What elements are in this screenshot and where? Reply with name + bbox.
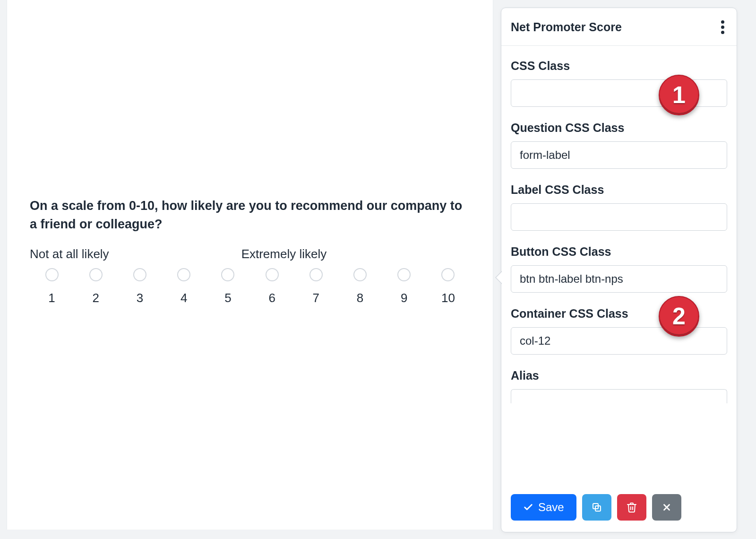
nps-option-label: 1 <box>48 291 55 305</box>
nps-scale-labels: Not at all likely Extremely likely <box>30 247 470 261</box>
annotation-callout-1: 1 <box>659 75 699 115</box>
radio-icon[interactable] <box>221 268 234 281</box>
button-css-class-input[interactable] <box>511 265 727 293</box>
nps-option-label: 9 <box>401 291 407 305</box>
annotation-callout-2: 2 <box>659 296 699 337</box>
radio-icon[interactable] <box>309 268 323 281</box>
trash-icon <box>626 502 637 513</box>
copy-icon <box>591 502 602 513</box>
panel-body: CSS Class Question CSS Class Label CSS C… <box>501 46 737 484</box>
radio-icon[interactable] <box>45 268 59 281</box>
alias-input[interactable] <box>511 389 727 403</box>
radio-icon[interactable] <box>266 268 279 281</box>
radio-icon[interactable] <box>177 268 190 281</box>
label-css-class-input[interactable] <box>511 203 727 231</box>
radio-icon[interactable] <box>133 268 146 281</box>
nps-label-low: Not at all likely <box>30 247 109 261</box>
container-css-class-input[interactable] <box>511 327 727 355</box>
nps-option[interactable]: 4 <box>162 268 206 305</box>
save-button[interactable]: Save <box>511 494 576 521</box>
nps-label-high: Extremely likely <box>241 247 327 261</box>
check-icon <box>523 502 533 513</box>
nps-option[interactable]: 10 <box>426 268 470 305</box>
nps-option-label: 10 <box>441 291 455 305</box>
nps-question-text: On a scale from 0-10, how likely are you… <box>30 197 470 234</box>
nps-option-label: 6 <box>268 291 275 305</box>
properties-panel: Net Promoter Score CSS Class Question CS… <box>501 8 737 532</box>
preview-area: On a scale from 0-10, how likely are you… <box>7 0 493 530</box>
panel-footer: Save <box>501 484 737 532</box>
field-label-label-css-class: Label CSS Class <box>511 183 727 197</box>
nps-option[interactable]: 1 <box>30 268 74 305</box>
field-label-css-class: CSS Class <box>511 59 727 73</box>
nps-option-label: 4 <box>180 291 187 305</box>
field-label-button-css-class: Button CSS Class <box>511 245 727 259</box>
close-icon <box>662 502 672 513</box>
nps-option[interactable]: 3 <box>118 268 162 305</box>
more-options-icon[interactable] <box>718 17 727 37</box>
question-css-class-input[interactable] <box>511 141 727 169</box>
field-label-question-css-class: Question CSS Class <box>511 121 727 135</box>
nps-option[interactable]: 2 <box>74 268 118 305</box>
nps-option[interactable]: 7 <box>294 268 338 305</box>
nps-option-label: 8 <box>357 291 363 305</box>
nps-option[interactable]: 5 <box>206 268 250 305</box>
nps-option-label: 5 <box>224 291 231 305</box>
delete-button[interactable] <box>617 494 646 521</box>
radio-icon[interactable] <box>397 268 411 281</box>
nps-option[interactable]: 9 <box>382 268 426 305</box>
radio-icon[interactable] <box>353 268 367 281</box>
nps-option[interactable]: 8 <box>338 268 382 305</box>
copy-button[interactable] <box>582 494 611 521</box>
radio-icon[interactable] <box>441 268 455 281</box>
nps-option-label: 7 <box>313 291 319 305</box>
radio-icon[interactable] <box>89 268 103 281</box>
nps-option-label: 3 <box>137 291 143 305</box>
nps-option[interactable]: 6 <box>250 268 294 305</box>
field-label-alias: Alias <box>511 369 727 383</box>
panel-header: Net Promoter Score <box>501 8 737 46</box>
save-button-label: Save <box>538 501 564 514</box>
close-button[interactable] <box>652 494 681 521</box>
nps-options-row: 1 2 3 4 5 6 7 8 9 10 <box>30 268 470 305</box>
nps-option-label: 2 <box>93 291 99 305</box>
panel-title: Net Promoter Score <box>511 20 622 34</box>
